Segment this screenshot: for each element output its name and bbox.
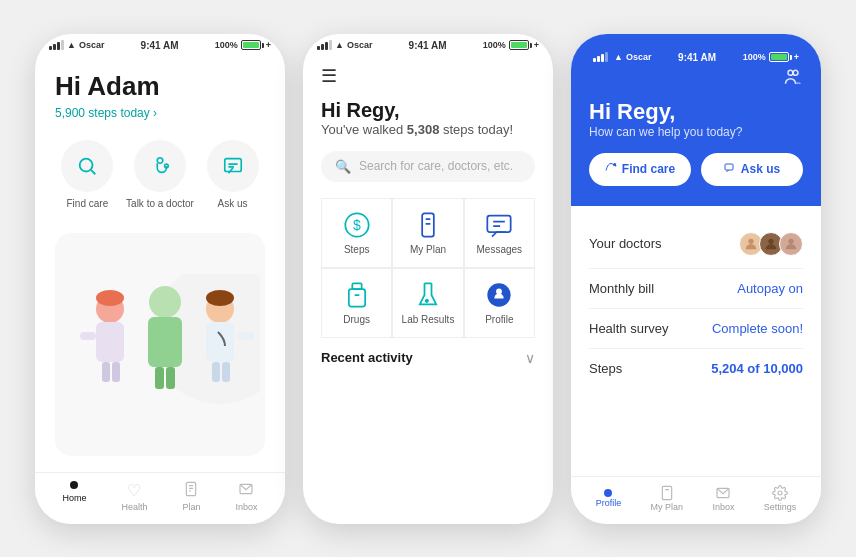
- inbox-icon: [238, 481, 254, 500]
- drugs-icon: [343, 281, 371, 309]
- p3-settings-label: Settings: [764, 502, 797, 512]
- ask-us-btn-label: Ask us: [741, 162, 780, 176]
- time-3: 9:41 AM: [678, 52, 716, 63]
- profile-icon: [485, 281, 513, 309]
- battery-area-1: 100% +: [215, 40, 271, 50]
- p3-inbox-icon: [715, 485, 731, 501]
- p3-steps-label: Steps: [589, 361, 622, 376]
- carrier-1: ▲ Oscar: [49, 40, 104, 50]
- recent-label: Recent activity: [321, 350, 413, 365]
- greeting-steps: 5,308: [407, 122, 440, 137]
- heart-icon: ♡: [127, 481, 141, 500]
- carrier-3: ▲ Oscar: [593, 52, 651, 62]
- chevron-down-icon[interactable]: ∨: [525, 350, 535, 366]
- svg-rect-31: [422, 213, 434, 236]
- hamburger-menu[interactable]: ☰: [321, 65, 535, 87]
- svg-rect-24: [187, 482, 196, 495]
- steps-text-1: 5,900 steps today ›: [55, 106, 265, 120]
- grid-my-plan[interactable]: My Plan: [392, 198, 463, 268]
- grid-profile[interactable]: Profile: [464, 268, 535, 338]
- find-care-label: Find care: [67, 198, 109, 209]
- talk-doctor-label: Talk to a doctor: [126, 198, 194, 209]
- carrier-name-2: Oscar: [347, 40, 373, 50]
- group-icon[interactable]: [783, 67, 803, 87]
- nav-home-label: Home: [62, 493, 86, 503]
- p3-settings-icon: [772, 485, 788, 501]
- signal-2: [317, 40, 332, 50]
- doctor-circle: [134, 140, 186, 192]
- chat-icon: [222, 155, 244, 177]
- time-2: 9:41 AM: [409, 40, 447, 51]
- action-ask-us[interactable]: Ask us: [207, 140, 259, 209]
- p3-nav-inbox[interactable]: Inbox: [712, 485, 734, 512]
- ask-us-label: Ask us: [218, 198, 248, 209]
- info-row-doctors: Your doctors: [589, 220, 803, 269]
- steps-value-1: 5,900 steps today: [55, 106, 150, 120]
- phone3-body: Your doctors Monthly bill Autopay on: [571, 206, 821, 476]
- svg-point-50: [788, 238, 793, 243]
- greeting-sub-3: How can we help you today?: [589, 125, 803, 139]
- grid-steps[interactable]: $ Steps: [321, 198, 392, 268]
- find-care-btn-label: Find care: [622, 162, 675, 176]
- svg-rect-13: [148, 317, 182, 367]
- nav-home[interactable]: Home: [62, 481, 86, 512]
- battery-percent-1: 100%: [215, 40, 238, 50]
- status-bar-2: ▲ Oscar 9:41 AM 100% +: [303, 34, 553, 55]
- info-row-steps: Steps 5,204 of 10,000: [589, 349, 803, 388]
- action-buttons-3: Find care Ask us: [589, 153, 803, 186]
- svg-rect-9: [96, 322, 124, 362]
- messages-icon: [485, 211, 513, 239]
- illustration-area: [55, 233, 265, 456]
- steps-label: Steps: [344, 244, 370, 255]
- svg-line-1: [91, 170, 95, 174]
- battery-2: [509, 40, 529, 50]
- grid-lab-results[interactable]: Lab Results: [392, 268, 463, 338]
- bill-value: Autopay on: [737, 281, 803, 296]
- status-bar-3: ▲ Oscar 9:41 AM 100% +: [589, 48, 803, 67]
- p3-nav-my-plan[interactable]: My Plan: [651, 485, 684, 512]
- nav-health[interactable]: ♡ Health: [121, 481, 147, 512]
- ask-us-btn[interactable]: Ask us: [701, 153, 803, 186]
- find-care-btn[interactable]: Find care: [589, 153, 691, 186]
- survey-label: Health survey: [589, 321, 668, 336]
- svg-rect-18: [212, 362, 220, 382]
- svg-point-54: [778, 491, 782, 495]
- phone-3: ▲ Oscar 9:41 AM 100% +: [571, 34, 821, 524]
- svg-rect-37: [352, 283, 361, 289]
- svg-point-12: [149, 286, 181, 318]
- svg-rect-15: [166, 367, 175, 389]
- search-icon: [76, 155, 98, 177]
- search-box[interactable]: 🔍 Search for care, doctors, etc.: [321, 151, 535, 182]
- ask-us-icon: [724, 162, 736, 177]
- my-plan-label: My Plan: [410, 244, 446, 255]
- action-find-care[interactable]: Find care: [61, 140, 113, 209]
- phone2-content: ☰ Hi Regy, You've walked 5,308 steps tod…: [303, 55, 553, 524]
- home-dot: [70, 481, 78, 489]
- greeting-suffix: steps today!: [439, 122, 513, 137]
- p3-nav-profile[interactable]: Profile: [596, 489, 622, 508]
- messages-label: Messages: [477, 244, 523, 255]
- my-plan-icon: [414, 211, 442, 239]
- wifi-icon-3: ▲: [614, 52, 623, 62]
- lab-results-icon: [414, 281, 442, 309]
- battery-percent-2: 100%: [483, 40, 506, 50]
- p3-my-plan-label: My Plan: [651, 502, 684, 512]
- steps-arrow-1: ›: [153, 106, 157, 120]
- carrier-name-3: Oscar: [626, 52, 652, 62]
- carrier-name-1: Oscar: [79, 40, 105, 50]
- signal-1: [49, 40, 64, 50]
- search-icon-2: 🔍: [335, 159, 351, 174]
- battery-percent-3: 100%: [743, 52, 766, 62]
- svg-rect-10: [102, 362, 110, 382]
- grid-drugs[interactable]: Drugs: [321, 268, 392, 338]
- p3-nav-settings[interactable]: Settings: [764, 485, 797, 512]
- nav-inbox[interactable]: Inbox: [235, 481, 257, 512]
- phone1-content: Hi Adam 5,900 steps today › Find care: [35, 55, 285, 472]
- svg-point-45: [793, 70, 798, 75]
- action-talk-doctor[interactable]: Talk to a doctor: [126, 140, 194, 209]
- profile-dot: [604, 489, 612, 497]
- doctor-avatars: [739, 232, 803, 256]
- grid-messages[interactable]: Messages: [464, 198, 535, 268]
- nav-plan[interactable]: Plan: [182, 481, 200, 512]
- phone3-bottom-nav: Profile My Plan Inbox: [571, 476, 821, 524]
